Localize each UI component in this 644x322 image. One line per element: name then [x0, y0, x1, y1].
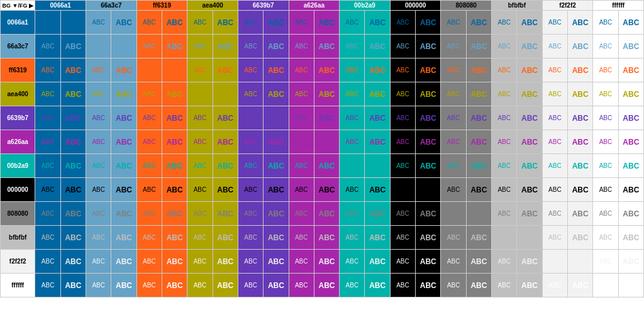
- cell-6639b7-0066a1-normal: ABC: [35, 106, 60, 130]
- cell-a626aa-aea400-bold: ABC: [213, 130, 238, 154]
- cell-ff6319-f2f2f2-bold: ABC: [567, 58, 592, 82]
- row-ffffff: ffffffABCABCABCABCABCABCABCABCABCABCABCA…: [1, 274, 644, 297]
- cell-ff6319-808080-bold: ABC: [466, 58, 491, 82]
- cell-aea400-f2f2f2-normal: ABC: [542, 82, 567, 106]
- cell-00b2a9-aea400-bold: ABC: [213, 154, 238, 178]
- cell-a626aa-aea400-normal: ABC: [187, 130, 213, 154]
- cell-66a3c7-000000-normal: ABC: [390, 35, 415, 58]
- col-header-0066a1: 0066a1: [35, 1, 86, 11]
- cell-a626aa-f2f2f2-bold: ABC: [567, 130, 592, 154]
- cell-6639b7-bfbfbf-bold: ABC: [517, 106, 542, 130]
- col-header-66a3c7: 66a3c7: [86, 1, 137, 11]
- cell-00b2a9-f2f2f2-normal: ABC: [542, 154, 567, 178]
- cell-6639b7-6639b7-normal: [238, 106, 263, 130]
- cell-bfbfbf-6639b7-normal: ABC: [238, 226, 263, 250]
- cell-a626aa-000000-bold: ABC: [416, 130, 441, 154]
- row-label-66a3c7: 66a3c7: [1, 35, 35, 58]
- cell-a626aa-bfbfbf-normal: ABC: [492, 130, 517, 154]
- cell-aea400-808080-bold: ABC: [466, 82, 491, 106]
- cell-ffffff-a626aa-bold: ABC: [314, 274, 339, 297]
- cell-aea400-000000-normal: ABC: [390, 82, 415, 106]
- cell-a626aa-bfbfbf-bold: ABC: [517, 130, 542, 154]
- cell-ffffff-6639b7-normal: ABC: [238, 274, 263, 297]
- cell-00b2a9-00b2a9-bold: [365, 154, 390, 178]
- row-label-808080: 808080: [1, 202, 35, 226]
- cell-808080-a626aa-normal: ABC: [289, 202, 314, 226]
- cell-bfbfbf-a626aa-bold: ABC: [314, 226, 339, 250]
- cell-000000-aea400-normal: ABC: [187, 178, 213, 202]
- cell-0066a1-00b2a9-bold: ABC: [365, 11, 390, 35]
- corner-label: BG ▼/FG ▶: [1, 1, 35, 11]
- cell-6639b7-000000-bold: ABC: [416, 106, 441, 130]
- cell-ffffff-a626aa-normal: ABC: [289, 274, 314, 297]
- cell-66a3c7-0066a1-bold: ABC: [60, 35, 86, 58]
- cell-ff6319-000000-bold: ABC: [416, 58, 441, 82]
- row-label-aea400: aea400: [1, 82, 35, 106]
- cell-ff6319-ff6319-bold: [162, 58, 187, 82]
- row-66a3c7: 66a3c7ABCABCABCABCABCABCABCABCABCABCABCA…: [1, 35, 644, 58]
- cell-00b2a9-000000-normal: ABC: [390, 154, 415, 178]
- cell-bfbfbf-f2f2f2-normal: ABC: [542, 226, 567, 250]
- cell-bfbfbf-bfbfbf-normal: [492, 226, 517, 250]
- cell-6639b7-bfbfbf-normal: ABC: [492, 106, 517, 130]
- cell-808080-f2f2f2-normal: ABC: [542, 202, 567, 226]
- cell-0066a1-808080-bold: ABC: [466, 11, 491, 35]
- cell-f2f2f2-00b2a9-bold: ABC: [365, 250, 390, 274]
- cell-bfbfbf-ffffff-normal: ABC: [593, 226, 618, 250]
- col-header-bfbfbf: bfbfbf: [492, 1, 543, 11]
- cell-000000-0066a1-bold: ABC: [60, 178, 86, 202]
- cell-808080-66a3c7-bold: ABC: [111, 202, 136, 226]
- cell-6639b7-6639b7-bold: [264, 106, 289, 130]
- cell-f2f2f2-0066a1-normal: ABC: [35, 250, 60, 274]
- cell-0066a1-aea400-bold: ABC: [213, 11, 238, 35]
- cell-00b2a9-808080-bold: ABC: [466, 154, 491, 178]
- cell-00b2a9-000000-bold: ABC: [416, 154, 441, 178]
- col-header-ffffff: ffffff: [593, 1, 644, 11]
- row-label-00b2a9: 00b2a9: [1, 154, 35, 178]
- cell-aea400-ff6319-bold: ABC: [162, 82, 187, 106]
- cell-bfbfbf-ff6319-normal: ABC: [136, 226, 162, 250]
- cell-0066a1-0066a1-bold: [60, 11, 86, 35]
- cell-a626aa-6639b7-bold: ABC: [264, 130, 289, 154]
- cell-a626aa-0066a1-bold: ABC: [60, 130, 86, 154]
- cell-00b2a9-bfbfbf-bold: ABC: [517, 154, 542, 178]
- row-0066a1: 0066a1ABCABCABCABCABCABCABCABCABCABCABCA…: [1, 11, 644, 35]
- cell-66a3c7-bfbfbf-bold: ABC: [517, 35, 542, 58]
- cell-ffffff-808080-normal: ABC: [441, 274, 466, 297]
- cell-ffffff-ffffff-bold: [618, 274, 643, 297]
- cell-f2f2f2-00b2a9-normal: ABC: [340, 250, 365, 274]
- cell-000000-f2f2f2-bold: ABC: [567, 178, 592, 202]
- cell-66a3c7-00b2a9-normal: ABC: [340, 35, 365, 58]
- cell-6639b7-000000-normal: ABC: [390, 106, 415, 130]
- cell-66a3c7-a626aa-bold: ABC: [314, 35, 339, 58]
- cell-0066a1-6639b7-bold: ABC: [264, 11, 289, 35]
- cell-bfbfbf-808080-bold: ABC: [466, 226, 491, 250]
- cell-f2f2f2-ffffff-normal: ABC: [593, 250, 618, 274]
- cell-0066a1-808080-normal: ABC: [441, 11, 466, 35]
- cell-00b2a9-0066a1-bold: ABC: [60, 154, 86, 178]
- cell-808080-ffffff-normal: ABC: [593, 202, 618, 226]
- cell-f2f2f2-a626aa-normal: ABC: [289, 250, 314, 274]
- cell-808080-00b2a9-bold: ABC: [365, 202, 390, 226]
- row-f2f2f2: f2f2f2ABCABCABCABCABCABCABCABCABCABCABCA…: [1, 250, 644, 274]
- row-ff6319: ff6319ABCABCABCABCABCABCABCABCABCABCABCA…: [1, 58, 644, 82]
- cell-66a3c7-66a3c7-normal: [86, 35, 111, 58]
- cell-bfbfbf-808080-normal: ABC: [441, 226, 466, 250]
- cell-66a3c7-f2f2f2-normal: ABC: [542, 35, 567, 58]
- cell-808080-ff6319-normal: ABC: [136, 202, 162, 226]
- cell-f2f2f2-808080-normal: ABC: [441, 250, 466, 274]
- cell-00b2a9-a626aa-bold: ABC: [314, 154, 339, 178]
- cell-00b2a9-f2f2f2-bold: ABC: [567, 154, 592, 178]
- cell-ff6319-f2f2f2-normal: ABC: [542, 58, 567, 82]
- cell-00b2a9-0066a1-normal: ABC: [35, 154, 60, 178]
- cell-f2f2f2-ff6319-bold: ABC: [162, 250, 187, 274]
- cell-6639b7-00b2a9-bold: ABC: [365, 106, 390, 130]
- cell-f2f2f2-f2f2f2-bold: [567, 250, 592, 274]
- cell-000000-ff6319-bold: ABC: [162, 178, 187, 202]
- main-container: BG ▼/FG ▶0066a166a3c7ff6319aea4006639b7a…: [0, 0, 644, 297]
- cell-a626aa-a626aa-bold: [314, 130, 339, 154]
- cell-ffffff-00b2a9-normal: ABC: [340, 274, 365, 297]
- cell-6639b7-ffffff-bold: ABC: [618, 106, 643, 130]
- cell-0066a1-66a3c7-bold: ABC: [111, 11, 136, 35]
- cell-00b2a9-bfbfbf-normal: ABC: [492, 154, 517, 178]
